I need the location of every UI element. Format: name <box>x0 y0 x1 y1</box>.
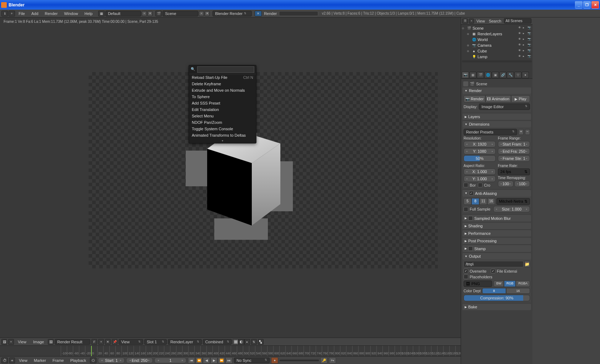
outliner-view-menu[interactable]: View <box>475 19 486 23</box>
img-menu-view[interactable]: View <box>15 339 29 345</box>
tl-menu-view[interactable]: View <box>16 358 30 363</box>
image-viewport[interactable]: 🔍 Reload Start-Up FileCtrl NDelete Keyfr… <box>0 26 461 338</box>
search-result-item[interactable]: Add SSS Preset <box>189 100 256 106</box>
editor-type-outliner-icon[interactable]: ☰ <box>462 19 468 24</box>
img-menu-toggle[interactable]: + <box>8 339 14 345</box>
panel-render-header[interactable]: ▼Render <box>462 87 531 94</box>
render-button[interactable]: 📷 Render <box>464 95 485 102</box>
tab-render-layers[interactable]: ▦ <box>469 72 476 78</box>
scene-add[interactable]: + <box>199 11 204 16</box>
layout-del[interactable]: ✕ <box>148 11 152 16</box>
aa-sample-8[interactable]: 8 <box>471 198 479 205</box>
outliner-item[interactable]: 🌐World👁▸📷 <box>462 37 532 42</box>
tab-modifiers[interactable]: 🔧 <box>507 72 514 78</box>
placeholders-check[interactable]: Placeholders <box>464 274 530 279</box>
panel-layers-header[interactable]: ▶Layers <box>462 113 531 120</box>
remap-old-field[interactable]: ◂100▸ <box>498 181 514 187</box>
render-layer-select[interactable]: RenderLayer⇅ <box>168 339 202 345</box>
overwrite-check[interactable]: Overwrite <box>464 269 486 273</box>
jump-next-key-button[interactable]: ⏩ <box>218 357 225 364</box>
editor-type-icon[interactable]: ℹ <box>1 11 8 16</box>
editor-type-image-icon[interactable]: 🖼 <box>1 339 7 345</box>
remap-new-field[interactable]: ◂100▸ <box>514 181 530 187</box>
browse-folder-icon[interactable]: 📁 <box>524 261 530 267</box>
channel-z[interactable]: ▪ <box>244 339 250 345</box>
play-reverse-button[interactable]: ◀ <box>203 357 210 364</box>
tab-render[interactable]: 📷 <box>462 72 469 78</box>
view-mode-select[interactable]: View⇅ <box>119 339 143 345</box>
tl-menu-toggle[interactable]: + <box>9 358 15 363</box>
compression-slider[interactable]: Compression: 90% <box>464 295 530 301</box>
tab-scene[interactable]: 🎬 <box>477 72 484 78</box>
keying-set-select[interactable] <box>280 360 319 361</box>
color-mode-rgba[interactable]: RGBA <box>516 280 530 287</box>
header-menu-toggle[interactable]: + <box>9 11 15 16</box>
timeline-ruler[interactable]: -100-80-60-40-20020406080100120140160180… <box>0 345 461 356</box>
outliner-menu-toggle[interactable]: + <box>469 19 474 24</box>
img-menu-image[interactable]: Image <box>30 339 47 345</box>
use-preview-range-icon[interactable]: ⏲ <box>90 358 96 363</box>
menu-window[interactable]: Window <box>61 11 81 16</box>
depth-16-button[interactable]: 16 <box>506 288 530 294</box>
outliner-display-mode[interactable]: All Scenes <box>504 18 531 24</box>
frame-start-field[interactable]: ◂Start Fram: 1▸ <box>498 141 530 147</box>
search-result-item[interactable]: To Sphere <box>189 93 256 100</box>
maximize-button[interactable]: ❐ <box>583 1 591 9</box>
panel-shading-header[interactable]: ▶Shading <box>462 223 531 229</box>
auto-keyframe-button[interactable]: ● <box>271 357 278 364</box>
pin-icon[interactable]: 📌 <box>112 339 118 345</box>
tab-world[interactable]: 🌐 <box>484 72 491 78</box>
scene-select[interactable]: Scene <box>162 11 198 16</box>
render-pass-select[interactable]: Combined⇅ <box>203 339 232 345</box>
aspect-y-field[interactable]: ◂Y: 1.000▸ <box>464 176 496 182</box>
aspect-x-field[interactable]: ◂X: 1.000▸ <box>464 168 496 175</box>
scene-del[interactable]: ✕ <box>205 11 210 16</box>
full-sample-check[interactable]: Full Sample <box>464 206 490 212</box>
scene-icon[interactable]: 🎬 <box>155 11 162 16</box>
panel-motion-header[interactable]: ▶Sampled Motion Blur <box>462 215 531 222</box>
display-mode-select[interactable]: Image Editor⇅ <box>479 103 530 110</box>
res-x-field[interactable]: ◂X: 1920▸ <box>464 141 496 147</box>
filter-size-field[interactable]: ◂Size: 1.000▸ <box>493 206 530 212</box>
border-check[interactable]: Bor <box>464 183 476 187</box>
tl-menu-playback[interactable]: Playback <box>68 358 89 363</box>
color-mode-rgb[interactable]: RGB <box>504 280 516 287</box>
aa-filter-select[interactable]: Mitchell-Netra⇅ <box>496 198 530 205</box>
frame-start-field[interactable]: ◂Start: 1▸ <box>98 358 125 363</box>
panel-aa-header[interactable]: ▼✓Anti-Aliasing <box>462 190 531 197</box>
file-ext-check[interactable]: File Extensi <box>491 269 517 273</box>
crop-check[interactable]: Cro <box>478 183 490 187</box>
preset-add[interactable]: + <box>519 129 524 135</box>
frame-current-field[interactable]: ◂1▸ <box>154 358 186 363</box>
menu-file[interactable]: File <box>16 11 28 16</box>
search-result-item[interactable]: Select Menu <box>189 113 256 119</box>
outliner-scrollbar[interactable] <box>462 60 532 62</box>
panel-dimensions-header[interactable]: ▼Dimensions <box>462 121 531 127</box>
frame-end-field[interactable]: ◂End Fra: 250▸ <box>498 148 530 155</box>
panel-perf-header[interactable]: ▶Performance <box>462 230 531 237</box>
channel-color[interactable]: ▦ <box>233 339 239 345</box>
panel-bake-header[interactable]: ▶Bake <box>462 304 531 310</box>
search-result-item[interactable]: Animated Transforms to Deltas <box>189 132 256 138</box>
image-new[interactable]: + <box>98 339 104 345</box>
image-select[interactable]: Render Result <box>55 339 90 345</box>
search-result-item[interactable]: Extrude and Move on Normals <box>189 87 256 93</box>
layout-icon[interactable]: ▦ <box>98 11 105 16</box>
animation-button[interactable]: 🎞 Animation <box>485 95 511 102</box>
panel-stamp-header[interactable]: ▶Stamp <box>462 245 531 252</box>
outliner-item[interactable]: ⊕▦RenderLayers👁▸📷 <box>462 31 532 37</box>
color-mode-bw[interactable]: BW <box>494 280 504 287</box>
search-result-item[interactable]: NDOF Pan/Zoom <box>189 119 256 126</box>
menu-render[interactable]: Render <box>42 11 60 16</box>
screen-layout-select[interactable]: Default <box>105 11 141 16</box>
sync-mode-select[interactable]: No Sync⇅ <box>234 358 270 363</box>
jump-last-button[interactable]: ⏭ <box>225 357 232 364</box>
outliner-item[interactable]: ⊕📷Camera👁▸📷 <box>462 42 532 48</box>
curves-icon[interactable]: ↯ <box>251 339 257 345</box>
tab-object[interactable]: ▣ <box>492 72 499 78</box>
tab-data[interactable]: ▽ <box>514 72 521 78</box>
frame-end-field[interactable]: ◂End: 250▸ <box>126 358 153 363</box>
tl-menu-marker[interactable]: Marker <box>31 358 49 363</box>
play-button[interactable]: ▶ Play <box>511 95 530 102</box>
frame-step-field[interactable]: ◂Frame Ste: 1▸ <box>498 155 530 162</box>
